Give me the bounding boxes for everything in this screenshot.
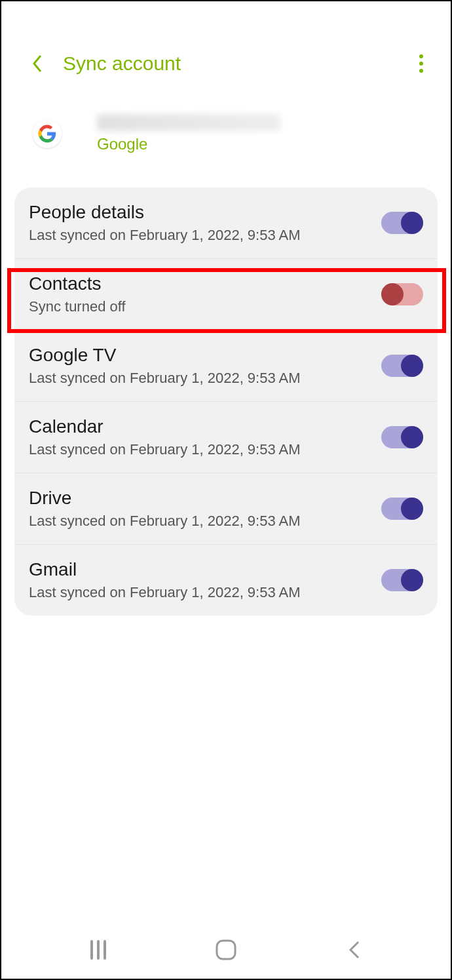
sync-items-panel: People details Last synced on February 1… — [14, 187, 438, 616]
google-logo-icon — [33, 119, 62, 148]
sync-toggle-contacts[interactable] — [381, 283, 423, 305]
sync-toggle-google-tv[interactable] — [381, 355, 423, 377]
system-navbar — [1, 928, 451, 979]
sync-item-title: Gmail — [29, 559, 381, 580]
svg-rect-0 — [217, 941, 235, 959]
sync-toggle-people-details[interactable] — [381, 212, 423, 234]
recents-icon — [90, 940, 106, 960]
sync-item-title: Google TV — [29, 345, 381, 366]
home-icon — [214, 938, 238, 962]
sync-item-drive[interactable]: Drive Last synced on February 1, 2022, 9… — [14, 473, 438, 544]
sync-item-people-details[interactable]: People details Last synced on February 1… — [14, 187, 438, 258]
nav-home-button[interactable] — [210, 937, 242, 963]
nav-back-button[interactable] — [337, 937, 370, 963]
sync-toggle-drive[interactable] — [381, 498, 423, 520]
sync-item-subtitle: Last synced on February 1, 2022, 9:53 AM — [29, 513, 381, 530]
sync-item-google-tv[interactable]: Google TV Last synced on February 1, 202… — [14, 330, 438, 401]
back-button[interactable] — [28, 54, 47, 73]
sync-item-subtitle: Last synced on February 1, 2022, 9:53 AM — [29, 584, 381, 601]
sync-item-title: People details — [29, 202, 381, 223]
app-header: Sync account — [1, 1, 451, 94]
page-title: Sync account — [63, 52, 181, 75]
account-provider: Google — [97, 135, 280, 153]
overflow-menu-button[interactable] — [411, 54, 431, 73]
more-vert-icon — [419, 54, 423, 58]
account-email-redacted — [97, 114, 280, 131]
sync-item-subtitle: Last synced on February 1, 2022, 9:53 AM — [29, 441, 381, 458]
sync-item-gmail[interactable]: Gmail Last synced on February 1, 2022, 9… — [14, 544, 438, 616]
sync-item-title: Calendar — [29, 416, 381, 437]
account-section: Google — [1, 94, 451, 180]
chevron-left-icon — [31, 54, 43, 73]
sync-toggle-gmail[interactable] — [381, 569, 423, 591]
sync-item-calendar[interactable]: Calendar Last synced on February 1, 2022… — [14, 401, 438, 473]
sync-item-subtitle: Sync turned off — [29, 298, 381, 315]
sync-item-title: Contacts — [29, 273, 381, 294]
sync-toggle-calendar[interactable] — [381, 426, 423, 448]
sync-item-subtitle: Last synced on February 1, 2022, 9:53 AM — [29, 227, 381, 244]
nav-recents-button[interactable] — [82, 937, 115, 963]
sync-item-subtitle: Last synced on February 1, 2022, 9:53 AM — [29, 370, 381, 387]
account-info: Google — [97, 114, 280, 153]
sync-item-title: Drive — [29, 488, 381, 509]
chevron-left-icon — [347, 939, 361, 960]
sync-item-contacts[interactable]: Contacts Sync turned off — [14, 258, 438, 330]
